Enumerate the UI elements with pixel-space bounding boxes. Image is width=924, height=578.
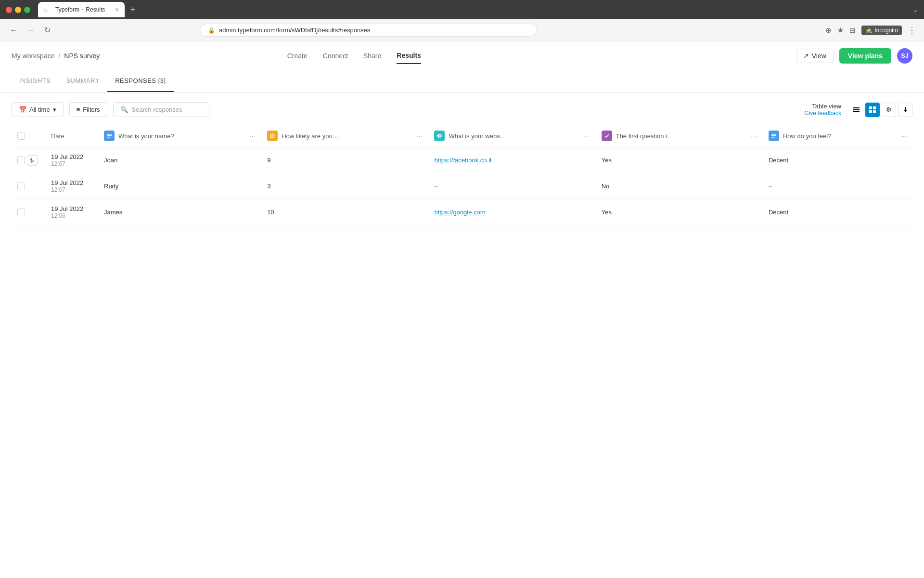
incognito-label: Incognito (874, 27, 898, 34)
name-col-label: What is your name? (118, 132, 174, 140)
browser-chrome: ○ Typeform – Results × + ⌄ ← → ↻ 🔒 admin… (0, 0, 924, 41)
svg-rect-7 (107, 134, 112, 135)
row2-checkbox-cell (12, 173, 45, 199)
svg-point-11 (272, 135, 273, 137)
tab-insights[interactable]: INSIGHTS (12, 70, 58, 92)
browser-titlebar: ○ Typeform – Results × + ⌄ (0, 0, 924, 19)
row1-feel: Decent (763, 147, 912, 173)
browser-menu-button[interactable]: ⋮ (908, 25, 916, 36)
row3-checkbox[interactable] (17, 209, 25, 216)
new-tab-button[interactable]: + (130, 5, 136, 15)
select-all-header[interactable] (12, 125, 45, 147)
app-container: My workspace / NPS survey Create Connect… (0, 41, 924, 578)
nav-create[interactable]: Create (287, 48, 308, 64)
incognito-icon: 🕵 (865, 27, 873, 34)
svg-rect-5 (869, 110, 872, 113)
website-column-header: What is your website? ⋯ (428, 125, 595, 147)
tab-favicon: ○ (44, 6, 51, 13)
settings-icon: ⚙ (886, 106, 892, 113)
forward-button[interactable]: → (25, 24, 37, 37)
extensions-icon[interactable]: ⊕ (825, 26, 832, 35)
nav-connect[interactable]: Connect (323, 48, 348, 64)
svg-rect-14 (771, 137, 775, 138)
profile-icon[interactable]: ⊟ (849, 26, 856, 35)
traffic-light-close[interactable] (6, 7, 12, 13)
search-placeholder: Search responses (132, 106, 182, 113)
column-settings-button[interactable]: ⚙ (882, 103, 896, 117)
nav-share[interactable]: Share (363, 48, 381, 64)
svg-rect-13 (771, 135, 776, 136)
name-col-icon (104, 131, 115, 141)
address-bar[interactable]: 🔒 admin.typeform.com/form/sWDtsfDj/resul… (200, 24, 537, 37)
give-feedback-link[interactable]: Give feedback (804, 110, 841, 117)
row1-date: 19 Jul 2022 12:07 (45, 147, 98, 173)
feel-col-header-inner: How do you feel? (769, 131, 831, 141)
tab-close-icon[interactable]: × (115, 6, 119, 13)
breadcrumb-workspace[interactable]: My workspace (12, 52, 54, 60)
row1-expand-button[interactable] (27, 155, 38, 166)
table-view-group: Table view Give feedback (804, 103, 841, 117)
back-button[interactable]: ← (8, 24, 19, 37)
browser-address-bar: ← → ↻ 🔒 admin.typeform.com/form/sWDtsfDj… (0, 19, 924, 41)
row2-feel-dash: – (769, 183, 772, 190)
website-col-icon (434, 131, 445, 141)
search-icon: 🔍 (120, 106, 128, 113)
row3-date-line1: 19 Jul 2022 (51, 205, 92, 212)
download-button[interactable]: ⬇ (898, 103, 912, 117)
download-icon: ⬇ (903, 106, 908, 113)
avatar: SJ (897, 48, 912, 64)
view-button[interactable]: ↗ View (796, 49, 834, 63)
responses-table-container: Date What is your name? ⋯ (0, 125, 924, 225)
table-view-label: Table view (812, 103, 841, 110)
traffic-light-maximize[interactable] (24, 7, 30, 13)
row2-nps: 3 (261, 173, 428, 199)
traffic-light-minimize[interactable] (15, 7, 21, 13)
view-plans-button[interactable]: View plans (839, 48, 891, 64)
row1-checkbox-cell (12, 147, 45, 173)
name-column-header: What is your name? ⋯ (98, 125, 261, 147)
chevron-down-icon: ▾ (53, 106, 56, 113)
row1-checkbox[interactable] (17, 157, 25, 164)
row3-website: https://google.com (428, 199, 595, 225)
responses-table: Date What is your name? ⋯ (12, 125, 912, 225)
date-filter-button[interactable]: 📅 All time ▾ (12, 102, 64, 117)
list-view-button[interactable] (849, 103, 863, 117)
date-column-header: Date (45, 125, 98, 147)
row3-groupq: Yes (596, 199, 763, 225)
tab-summary[interactable]: SUMMARY (58, 70, 107, 92)
groupq-col-icon (602, 131, 612, 141)
feel-col-more-icon[interactable]: ⋯ (900, 132, 907, 140)
svg-rect-8 (107, 135, 112, 136)
select-all-checkbox[interactable] (17, 132, 25, 140)
filters-button[interactable]: ≡ Filters (69, 102, 107, 117)
name-col-more-icon[interactable]: ⋯ (249, 132, 256, 140)
table-row: 19 Jul 2022 12:06 James 10 https://googl… (12, 199, 912, 225)
refresh-button[interactable]: ↻ (42, 24, 52, 37)
row3-website-link[interactable]: https://google.com (434, 209, 485, 216)
row1-groupq: Yes (596, 147, 763, 173)
top-navigation: My workspace / NPS survey Create Connect… (0, 41, 924, 70)
groupq-col-more-icon[interactable]: ⋯ (751, 132, 757, 140)
row2-date-line2: 12:07 (51, 186, 92, 193)
row2-checkbox[interactable] (17, 183, 25, 190)
table-view-button[interactable] (865, 103, 880, 117)
external-link-icon: ↗ (803, 52, 809, 60)
toolbar-right: Table view Give feedback ⚙ ⬇ (804, 103, 912, 117)
row3-name: James (98, 199, 261, 225)
svg-rect-3 (869, 106, 872, 109)
svg-rect-1 (853, 109, 860, 110)
search-responses-box[interactable]: 🔍 Search responses (113, 102, 209, 117)
row3-nps: 10 (261, 199, 428, 225)
row1-website-link[interactable]: https://facebook.co.il (434, 157, 491, 164)
browser-tab-active[interactable]: ○ Typeform – Results × (38, 2, 125, 17)
row1-date-line2: 12:07 (51, 160, 92, 167)
tab-responses[interactable]: RESPONSES [3] (107, 70, 173, 92)
bookmark-icon[interactable]: ★ (837, 26, 844, 35)
nps-col-more-icon[interactable]: ⋯ (416, 132, 423, 140)
feel-col-label: How do you feel? (783, 132, 831, 140)
nav-results[interactable]: Results (397, 48, 421, 64)
row3-date: 19 Jul 2022 12:06 (45, 199, 98, 225)
nps-column-header: How likely are you to... ⋯ (261, 125, 428, 147)
website-col-more-icon[interactable]: ⋯ (584, 132, 590, 140)
groupq-col-label: The first question in a group. Do you... (616, 132, 674, 140)
